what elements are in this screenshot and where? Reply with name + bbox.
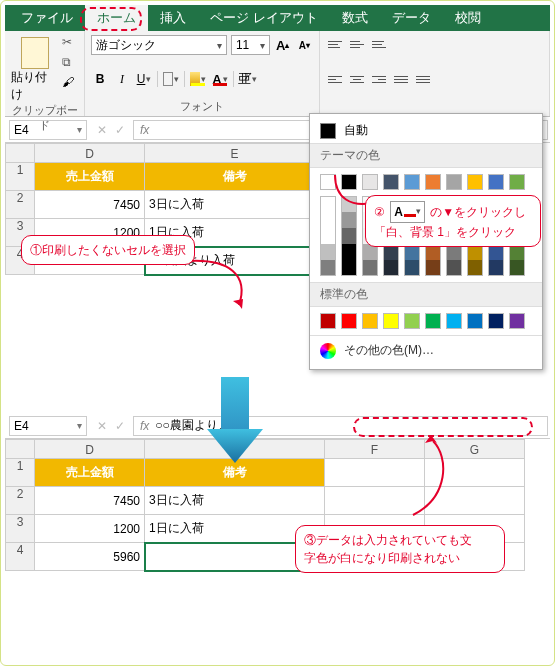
tab-formulas[interactable]: 数式 <box>330 5 380 31</box>
shade-swatch[interactable] <box>488 260 504 276</box>
tab-data[interactable]: データ <box>380 5 443 31</box>
cut-icon[interactable] <box>62 35 78 51</box>
font-size-combo[interactable]: 11▾ <box>231 35 270 55</box>
cell-F2[interactable] <box>325 487 425 515</box>
border-button[interactable]: ▾ <box>162 70 180 88</box>
standard-swatch[interactable] <box>446 313 462 329</box>
standard-swatch[interactable] <box>341 313 357 329</box>
col-header-F[interactable]: F <box>325 439 425 459</box>
shade-swatch[interactable] <box>467 260 483 276</box>
col-header-D[interactable]: D <box>35 143 145 163</box>
theme-swatch[interactable] <box>446 174 462 190</box>
shade-swatch[interactable] <box>362 260 378 276</box>
shade-swatch[interactable] <box>446 260 462 276</box>
standard-swatch[interactable] <box>383 313 399 329</box>
row-header-2[interactable]: 2 <box>5 191 35 219</box>
shade-swatch[interactable] <box>404 260 420 276</box>
standard-swatch[interactable] <box>488 313 504 329</box>
align-right-icon[interactable] <box>370 71 388 89</box>
theme-swatch[interactable] <box>341 174 357 190</box>
align-top-icon[interactable] <box>326 35 344 53</box>
name-box-bottom[interactable]: E4▾ <box>9 416 87 436</box>
shade-swatch[interactable] <box>341 196 357 212</box>
align-bottom-icon[interactable] <box>370 35 388 53</box>
bold-button[interactable]: B <box>91 70 109 88</box>
row-header-3[interactable]: 3 <box>5 515 35 543</box>
row-header-4[interactable]: 4 <box>5 543 35 571</box>
shade-swatch[interactable] <box>320 228 336 244</box>
enter-icon[interactable]: ✓ <box>115 419 125 433</box>
select-all-corner[interactable] <box>5 143 35 163</box>
theme-swatch[interactable] <box>425 174 441 190</box>
underline-button[interactable]: U▾ <box>135 70 153 88</box>
fill-color-button[interactable]: ▾ <box>189 70 207 88</box>
theme-swatch[interactable] <box>362 174 378 190</box>
font-name-combo[interactable]: 游ゴシック▾ <box>91 35 227 55</box>
tab-insert[interactable]: 挿入 <box>148 5 198 31</box>
cancel-icon[interactable]: ✕ <box>97 123 107 137</box>
theme-swatch[interactable] <box>509 174 525 190</box>
standard-swatch[interactable] <box>320 313 336 329</box>
theme-swatch[interactable] <box>383 174 399 190</box>
shrink-font-icon[interactable]: A▾ <box>296 36 314 54</box>
tab-file[interactable]: ファイル <box>9 5 85 31</box>
increase-indent-icon[interactable] <box>414 71 432 89</box>
align-middle-icon[interactable] <box>348 35 366 53</box>
font-color-button[interactable]: A▾ <box>211 70 229 88</box>
shade-swatch[interactable] <box>320 244 336 260</box>
enter-icon[interactable]: ✓ <box>115 123 125 137</box>
format-painter-icon[interactable] <box>62 75 78 91</box>
col-header-E[interactable]: E <box>145 143 325 163</box>
grow-font-icon[interactable]: A▴ <box>274 36 292 54</box>
standard-swatch[interactable] <box>362 313 378 329</box>
tab-home[interactable]: ホーム <box>85 5 148 31</box>
phonetic-button[interactable]: 亜▾ <box>238 70 256 88</box>
row-header-1[interactable]: 1 <box>5 459 35 487</box>
theme-swatch[interactable] <box>488 174 504 190</box>
shade-swatch[interactable] <box>341 212 357 228</box>
select-all-corner[interactable] <box>5 439 35 459</box>
theme-swatch[interactable] <box>320 174 336 190</box>
tab-page-layout[interactable]: ページ レイアウト <box>198 5 330 31</box>
shade-swatch[interactable] <box>383 260 399 276</box>
shade-swatch[interactable] <box>320 196 336 212</box>
col-header-D[interactable]: D <box>35 439 145 459</box>
header-cell-D[interactable]: 売上金額 <box>35 459 145 487</box>
cell-E2[interactable]: 3日に入荷 <box>145 191 325 219</box>
shade-swatch[interactable] <box>320 212 336 228</box>
shade-swatch[interactable] <box>509 260 525 276</box>
header-cell-E[interactable]: 備考 <box>145 163 325 191</box>
standard-swatch[interactable] <box>425 313 441 329</box>
col-header-G[interactable]: G <box>425 439 525 459</box>
align-left-icon[interactable] <box>326 71 344 89</box>
align-center-icon[interactable] <box>348 71 366 89</box>
copy-icon[interactable] <box>62 55 78 71</box>
standard-swatch[interactable] <box>509 313 525 329</box>
shade-swatch[interactable] <box>341 228 357 244</box>
more-colors-row[interactable]: その他の色(M)… <box>310 335 542 365</box>
cell-F1[interactable] <box>325 459 425 487</box>
tab-review[interactable]: 校閲 <box>443 5 493 31</box>
decrease-indent-icon[interactable] <box>392 71 410 89</box>
shade-swatch[interactable] <box>341 244 357 260</box>
standard-swatch[interactable] <box>404 313 420 329</box>
cell-G2[interactable] <box>425 487 525 515</box>
auto-color-row[interactable]: 自動 <box>310 118 542 143</box>
row-header-1[interactable]: 1 <box>5 163 35 191</box>
header-cell-E[interactable]: 備考 <box>145 459 325 487</box>
formula-input-bottom[interactable]: fx ○○農園より入荷 <box>133 416 548 436</box>
cell-D2[interactable]: 7450 <box>35 191 145 219</box>
header-cell-D[interactable]: 売上金額 <box>35 163 145 191</box>
shade-swatch[interactable] <box>341 260 357 276</box>
cell-E2[interactable]: 3日に入荷 <box>145 487 325 515</box>
theme-swatch[interactable] <box>404 174 420 190</box>
shade-swatch[interactable] <box>320 260 336 276</box>
cell-D4[interactable]: 5960 <box>35 543 145 571</box>
cancel-icon[interactable]: ✕ <box>97 419 107 433</box>
theme-swatch[interactable] <box>467 174 483 190</box>
italic-button[interactable]: I <box>113 70 131 88</box>
row-header-2[interactable]: 2 <box>5 487 35 515</box>
cell-D3[interactable]: 1200 <box>35 515 145 543</box>
cell-D2[interactable]: 7450 <box>35 487 145 515</box>
cell-G1[interactable] <box>425 459 525 487</box>
